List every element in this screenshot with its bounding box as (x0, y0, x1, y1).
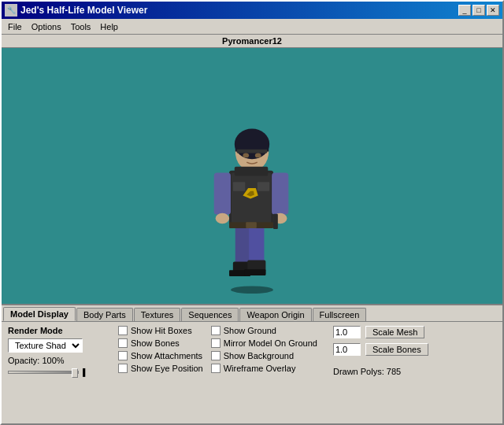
svg-rect-9 (233, 182, 245, 191)
tab-weapon-origin[interactable]: Weapon Origin (239, 308, 311, 321)
checkbox-bones[interactable] (118, 338, 128, 348)
slider-container: ▐ (8, 368, 110, 376)
scale-mesh-button[interactable]: Scale Mesh (365, 326, 424, 338)
checkbox-row-bones: Show Bones (118, 338, 203, 348)
tab-sequences[interactable]: Sequences (181, 308, 239, 321)
label-bones: Show Bones (131, 338, 180, 348)
svg-rect-27 (246, 222, 257, 228)
checkbox-row-eye-position: Show Eye Position (118, 364, 203, 373)
render-mode-label: Render Mode (8, 326, 110, 335)
checkbox-eye-position[interactable] (118, 364, 128, 373)
checkbox-hit-boxes[interactable] (118, 326, 128, 335)
checkbox-row-mirror: Mirror Model On Ground (211, 338, 317, 348)
label-background: Show Background (224, 351, 294, 360)
opacity-slider[interactable] (8, 371, 79, 374)
label-wireframe: Wireframe Overlay (224, 364, 296, 373)
window-title: Jed's Half-Life Model Viewer (20, 5, 147, 16)
drawn-polys: Drawn Polys: 785 (333, 367, 428, 376)
maximize-button[interactable]: □ (472, 5, 485, 16)
scale-mesh-input[interactable] (333, 326, 361, 338)
scale-mesh-row: Scale Mesh (333, 326, 428, 338)
checkboxes-col2: Show Ground Mirror Model On Ground Show … (211, 326, 317, 376)
checkbox-row-hit-boxes: Show Hit Boxes (118, 326, 203, 335)
svg-point-24 (255, 153, 261, 157)
slider-end-marker: ▐ (80, 368, 85, 376)
menu-bar: File Options Tools Help (2, 19, 502, 35)
checkbox-background[interactable] (211, 351, 220, 360)
left-controls: Render Mode Texture Shaded Opacity: 100%… (8, 326, 110, 376)
checkboxes-col1: Show Hit Boxes Show Bones Show Attachmen… (118, 326, 203, 376)
svg-rect-6 (244, 269, 265, 275)
menu-tools[interactable]: Tools (66, 20, 96, 33)
tab-fullscreen[interactable]: Fullscreen (313, 308, 367, 321)
render-mode-select[interactable]: Texture Shaded (8, 338, 83, 353)
svg-rect-22 (237, 150, 268, 153)
minimize-button[interactable]: _ (458, 5, 471, 16)
checkbox-row-wireframe: Wireframe Overlay (211, 364, 317, 373)
close-button[interactable]: ✕ (487, 5, 499, 16)
scale-bones-button[interactable]: Scale Bones (365, 343, 428, 356)
checkbox-row-ground: Show Ground (211, 326, 317, 335)
scale-bones-input[interactable] (333, 343, 361, 356)
tab-bar: Model Display Body Parts Textures Sequen… (2, 305, 502, 322)
label-attachments: Show Attachments (131, 351, 202, 360)
tab-model-display[interactable]: Model Display (3, 307, 76, 321)
svg-point-0 (231, 286, 273, 294)
scale-bones-row: Scale Bones (333, 343, 428, 356)
checkbox-mirror[interactable] (211, 338, 220, 348)
checkbox-wireframe[interactable] (211, 364, 220, 373)
far-right-controls: Scale Mesh Scale Bones Drawn Polys: 785 (333, 326, 428, 376)
tab-body-parts[interactable]: Body Parts (76, 308, 133, 321)
label-ground: Show Ground (224, 326, 276, 335)
menu-help[interactable]: Help (95, 20, 123, 33)
subtitle-bar: Pyromancer12 (2, 35, 502, 48)
character-model (205, 76, 299, 296)
svg-rect-17 (273, 214, 278, 229)
svg-rect-14 (272, 173, 288, 215)
svg-rect-25 (235, 167, 268, 176)
render-mode-dropdown-container: Texture Shaded (8, 338, 110, 353)
tab-textures[interactable]: Textures (134, 308, 181, 321)
model-name: Pyromancer12 (222, 36, 282, 46)
checkbox-row-attachments: Show Attachments (118, 351, 203, 360)
checkbox-row-background: Show Background (211, 351, 317, 360)
viewport (2, 48, 502, 304)
checkbox-attachments[interactable] (118, 351, 128, 360)
menu-options[interactable]: Options (27, 20, 66, 33)
bottom-panel: Model Display Body Parts Textures Sequen… (2, 304, 502, 408)
svg-rect-1 (235, 224, 250, 265)
svg-rect-13 (214, 173, 231, 215)
svg-point-23 (243, 153, 249, 157)
svg-point-15 (216, 213, 229, 224)
label-mirror: Mirror Model On Ground (224, 338, 317, 348)
label-eye-position: Show Eye Position (131, 364, 203, 373)
title-bar: 🔧 Jed's Half-Life Model Viewer _ □ ✕ (2, 2, 502, 19)
opacity-label: Opacity: 100% (8, 356, 110, 365)
menu-file[interactable]: File (3, 20, 27, 33)
controls-area: Render Mode Texture Shaded Opacity: 100%… (2, 322, 502, 380)
svg-rect-10 (258, 182, 269, 191)
app-icon: 🔧 (5, 4, 17, 17)
checkbox-ground[interactable] (211, 326, 220, 335)
title-bar-buttons: _ □ ✕ (458, 5, 499, 16)
label-hit-boxes: Show Hit Boxes (131, 326, 192, 335)
